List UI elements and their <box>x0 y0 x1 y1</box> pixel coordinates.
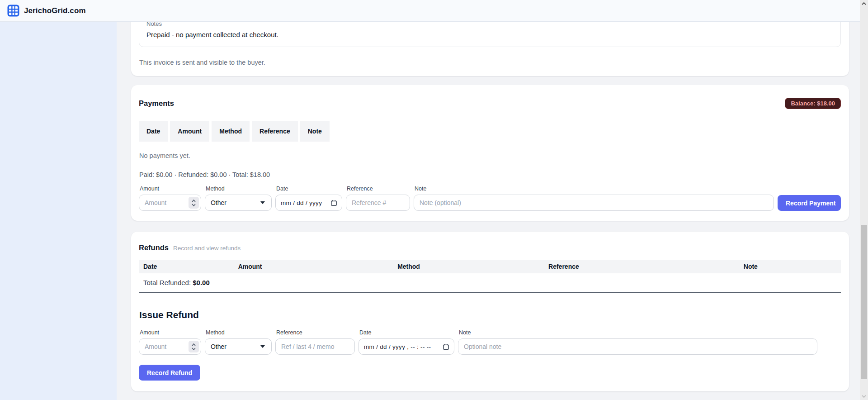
refund-date-placeholder: mm / dd / yyyy , -- : -- -- <box>364 343 431 350</box>
refund-method-label: Method <box>205 329 272 336</box>
payments-table: Date Amount Method Reference Note <box>137 119 332 144</box>
refund-note-input[interactable] <box>458 338 817 355</box>
dropdown-caret-icon <box>260 201 265 204</box>
payment-method-value: Other <box>211 199 226 206</box>
refund-amount-label: Amount <box>139 329 201 336</box>
refunds-col-date: Date <box>139 263 234 270</box>
scrollbar-up-arrow-icon[interactable] <box>860 0 868 7</box>
record-refund-button[interactable]: Record Refund <box>139 365 200 381</box>
dropdown-caret-icon <box>260 345 265 348</box>
number-spinner-icon[interactable] <box>189 341 199 352</box>
notes-text: Prepaid - no payment collected at checko… <box>146 31 833 38</box>
sidebar <box>0 22 117 400</box>
refunds-card: Refunds Record and view refunds Date Amo… <box>131 232 849 391</box>
refund-reference-label: Reference <box>275 329 355 336</box>
refunds-col-reference: Reference <box>544 263 739 270</box>
payments-empty-text: No payments yet. <box>139 152 841 159</box>
refunds-col-method: Method <box>393 263 544 270</box>
refunds-title: Refunds <box>139 243 169 252</box>
issue-refund-title: Issue Refund <box>139 310 841 320</box>
payments-col-note: Note <box>300 121 330 142</box>
payment-note-input[interactable] <box>414 195 774 211</box>
payments-summary: Paid: $0.00 · Refunded: $0.00 · Total: $… <box>139 171 841 178</box>
refunds-col-amount: Amount <box>234 263 393 270</box>
payment-date-label: Date <box>275 186 342 192</box>
refund-method-select[interactable]: Other <box>205 338 272 355</box>
number-spinner-icon[interactable] <box>189 197 199 209</box>
balance-badge: Balance: $18.00 <box>785 98 841 109</box>
payment-method-label: Method <box>205 186 272 192</box>
brand-name: JerichoGrid.com <box>24 6 86 15</box>
payment-form: Amount Method Other Date <box>139 186 841 211</box>
payments-col-date: Date <box>139 121 168 142</box>
refund-date-input[interactable]: mm / dd / yyyy , -- : -- -- <box>359 338 454 355</box>
payments-card: Payments Balance: $18.00 Date Amount Met… <box>131 85 849 221</box>
scrollbar-thumb[interactable] <box>861 225 867 379</box>
invoice-status-text: This invoice is sent and visible to the … <box>139 59 841 66</box>
refund-reference-input[interactable] <box>275 338 355 355</box>
refunds-table-header: Date Amount Method Reference Note <box>139 260 841 273</box>
refunds-subtitle: Record and view refunds <box>173 245 241 252</box>
brand[interactable]: JerichoGrid.com <box>7 5 86 17</box>
refund-note-label: Note <box>458 329 817 336</box>
payment-date-input[interactable]: mm / dd / yyyy <box>275 195 342 211</box>
calendar-icon[interactable] <box>330 200 337 206</box>
payment-reference-input[interactable] <box>346 195 410 211</box>
payment-reference-label: Reference <box>346 186 410 192</box>
main-content: Notes Prepaid - no payment collected at … <box>117 0 860 391</box>
refunds-total-value: $0.00 <box>193 279 210 286</box>
refunds-total-label: Total Refunded: <box>143 279 191 286</box>
refund-date-label: Date <box>359 329 454 336</box>
payment-date-placeholder: mm / dd / yyyy <box>281 200 322 206</box>
scrollbar-down-arrow-icon[interactable] <box>860 393 868 400</box>
record-payment-button[interactable]: Record Payment <box>778 195 841 211</box>
refund-method-value: Other <box>211 343 226 350</box>
grid-logo-icon <box>7 5 19 17</box>
payments-col-reference: Reference <box>252 121 298 142</box>
payments-col-method: Method <box>212 121 250 142</box>
calendar-icon[interactable] <box>443 343 449 350</box>
refunds-col-note: Note <box>739 263 841 270</box>
refund-form: Amount Method Other Reference <box>139 329 841 355</box>
payment-note-label: Note <box>414 186 774 192</box>
payments-col-amount: Amount <box>170 121 209 142</box>
refunds-total-row: Total Refunded: $0.00 <box>139 273 841 293</box>
payment-method-select[interactable]: Other <box>205 195 272 211</box>
app-header: JerichoGrid.com <box>0 0 860 22</box>
payments-title: Payments <box>139 99 174 108</box>
scrollbar[interactable] <box>860 0 868 400</box>
payment-amount-label: Amount <box>139 186 201 192</box>
